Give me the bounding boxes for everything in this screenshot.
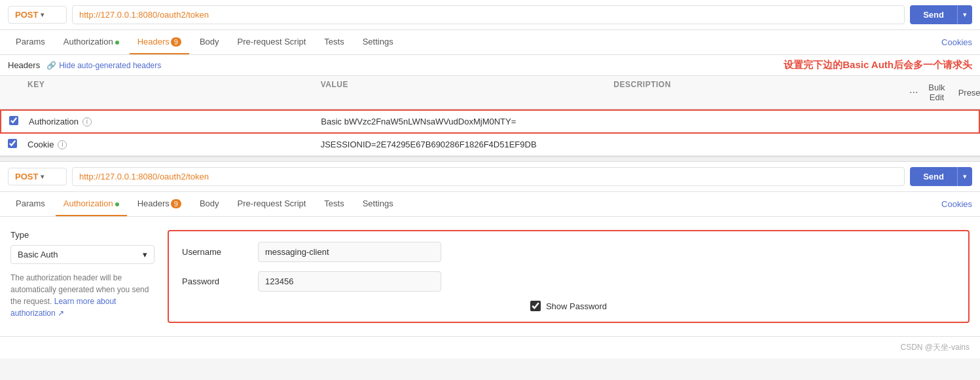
row2-key: Cookie [27,140,54,149]
bottom-tab-params[interactable]: Params [8,192,53,216]
tab-params[interactable]: Params [8,30,53,54]
bottom-send-arrow-button[interactable]: ▾ [957,167,972,186]
row2-key-cell: Cookie i [27,140,321,149]
show-password-checkbox[interactable] [530,301,541,311]
key-col-header: KEY [27,80,321,105]
row1-value-cell: Basic bWVzc2FnaW5nLWNsaWVudDoxMjM0NTY= [321,117,613,126]
show-password-row: Show Password [182,301,955,311]
table-row: Cookie i JSESSIONID=2E74295E67B690286F18… [0,134,980,156]
auth-description: The authorization header will be automat… [10,272,154,319]
row2-info-icon[interactable]: i [58,140,67,149]
top-method-chevron: ▾ [41,11,44,18]
tab-pre-request[interactable]: Pre-request Script [230,30,314,54]
tab-authorization[interactable]: Authorization [56,30,127,54]
top-send-arrow-button[interactable]: ▾ [957,5,972,24]
table-actions: ··· Bulk Edit Presets ▾ [907,80,972,105]
bottom-panel: POST ▾ Send ▾ Params Authorization Heade… [0,162,980,337]
hide-headers-link[interactable]: 🔗 Hide auto-generated headers [46,61,161,70]
row1-key: Authorization [29,117,79,126]
row2-checkbox[interactable] [8,139,17,148]
headers-sub-header: Headers 🔗 Hide auto-generated headers 设置… [0,55,980,76]
table-row: Authorization i Basic bWVzc2FnaW5nLWNsaW… [0,109,980,134]
bottom-method-select[interactable]: POST ▾ [8,168,67,185]
show-password-label: Show Password [546,301,607,311]
password-label: Password [182,276,247,286]
top-url-input[interactable] [72,5,905,24]
headers-table: KEY VALUE DESCRIPTION ··· Bulk Edit Pres… [0,76,980,156]
bottom-send-button[interactable]: Send [910,167,957,186]
tab-headers[interactable]: Headers9 [130,30,189,54]
tab-settings[interactable]: Settings [355,30,401,54]
headers-sub-title: Headers [8,60,40,70]
row1-info-icon[interactable]: i [82,117,92,126]
username-field: Username [182,242,955,262]
row1-checkbox[interactable] [9,116,18,125]
auth-type-chevron: ▾ [143,250,147,259]
auth-type-value: Basic Auth [18,250,58,259]
bottom-cookies-link[interactable]: Cookies [941,199,972,209]
headers-badge: 9 [171,37,181,47]
top-method-label: POST [15,10,38,20]
auth-content: Type Basic Auth ▾ The authorization head… [0,217,980,336]
footer: CSDN @天坐-vains [0,337,980,358]
auth-type-label: Type [10,230,154,240]
top-send-button[interactable]: Send [910,5,957,24]
row1-checkbox-cell [9,116,29,127]
auth-right: Username Password Show Password [168,230,970,323]
value-col-header: VALUE [321,80,614,105]
presets-button[interactable]: Presets ▾ [953,85,980,100]
bottom-tabs-bar: Params Authorization Headers9 Body Pre-r… [0,192,980,217]
bottom-send-group: Send ▾ [910,167,972,186]
top-tabs-bar: Params Authorization Headers9 Body Pre-r… [0,30,980,55]
row1-key-cell: Authorization i [29,117,321,126]
checkbox-col-header [8,80,27,105]
bottom-tab-body[interactable]: Body [192,192,227,216]
tab-tests[interactable]: Tests [316,30,352,54]
bottom-url-bar: POST ▾ Send ▾ [0,162,980,192]
bottom-tab-headers[interactable]: Headers9 [130,192,189,216]
top-cookies-link[interactable]: Cookies [941,37,972,47]
bottom-tab-settings[interactable]: Settings [355,192,401,216]
auth-dot [115,41,119,45]
password-input[interactable] [258,271,441,292]
bulk-edit-button[interactable]: Bulk Edit [923,80,950,105]
top-method-select[interactable]: POST ▾ [8,6,67,24]
top-send-group: Send ▾ [910,5,972,24]
eye-icon: 🔗 [46,61,56,70]
username-input[interactable] [258,242,441,262]
row2-value-cell: JSESSIONID=2E74295E67B690286F1826F4D51EF… [321,140,614,149]
bottom-tab-tests[interactable]: Tests [316,192,352,216]
bottom-method-chevron: ▾ [41,173,44,180]
table-header-row: KEY VALUE DESCRIPTION ··· Bulk Edit Pres… [0,76,980,109]
footer-credit: CSDN @天坐-vains [900,343,970,352]
bottom-url-input[interactable] [72,167,905,186]
panel-divider [0,157,980,162]
top-url-bar: POST ▾ Send ▾ [0,0,980,30]
auth-left: Type Basic Auth ▾ The authorization head… [10,230,154,323]
password-field: Password [182,271,955,292]
tab-body[interactable]: Body [192,30,227,54]
row2-checkbox-cell [8,139,27,150]
dots-menu-button[interactable]: ··· [907,85,920,100]
description-col-header: DESCRIPTION [613,80,907,105]
bottom-tab-authorization[interactable]: Authorization [56,192,127,216]
bottom-auth-dot [115,202,119,206]
username-label: Username [182,247,247,257]
annotation-text: 设置完下边的Basic Auth后会多一个请求头 [784,59,972,71]
bottom-tab-pre-request[interactable]: Pre-request Script [230,192,314,216]
bottom-headers-badge: 9 [171,199,181,208]
auth-type-select[interactable]: Basic Auth ▾ [10,245,154,264]
bottom-method-label: POST [15,172,38,181]
